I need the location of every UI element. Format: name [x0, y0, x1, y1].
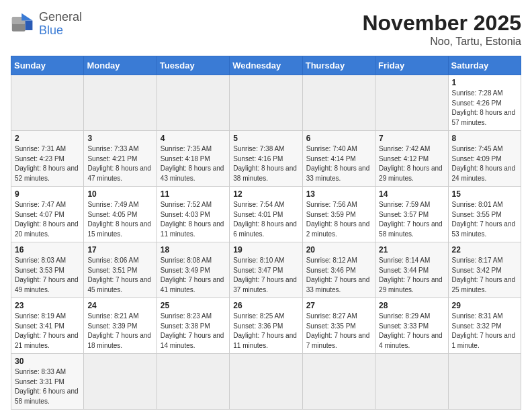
header-friday: Friday [375, 56, 448, 75]
day-3: 3 Sunrise: 7:33 AMSunset: 4:21 PMDayligh… [84, 131, 157, 187]
day-2: 2 Sunrise: 7:31 AMSunset: 4:23 PMDayligh… [11, 131, 84, 187]
empty-cell [448, 354, 521, 410]
day-13: 13 Sunrise: 7:56 AMSunset: 3:59 PMDaylig… [302, 187, 375, 242]
logo-text: GeneralBlue [39, 11, 82, 38]
calendar-row-3: 9 Sunrise: 7:47 AMSunset: 4:07 PMDayligh… [11, 187, 521, 242]
header-sunday: Sunday [11, 56, 84, 75]
day-28: 28 Sunrise: 8:29 AMSunset: 3:33 PMDaylig… [375, 298, 448, 354]
header-saturday: Saturday [448, 56, 521, 75]
empty-cell [84, 75, 157, 131]
logo: GeneralBlue [11, 11, 82, 38]
day-20: 20 Sunrise: 8:12 AMSunset: 3:46 PMDaylig… [302, 242, 375, 298]
day-19: 19 Sunrise: 8:10 AMSunset: 3:47 PMDaylig… [230, 242, 302, 298]
header-thursday: Thursday [302, 56, 375, 75]
header-wednesday: Wednesday [230, 56, 302, 75]
day-26: 26 Sunrise: 8:25 AMSunset: 3:36 PMDaylig… [230, 298, 302, 354]
day-22: 22 Sunrise: 8:17 AMSunset: 3:42 PMDaylig… [448, 242, 521, 298]
empty-cell [302, 354, 375, 410]
day-21: 21 Sunrise: 8:14 AMSunset: 3:44 PMDaylig… [375, 242, 448, 298]
day-1: 1 Sunrise: 7:28 AMSunset: 4:26 PMDayligh… [448, 75, 521, 131]
empty-cell [302, 75, 375, 131]
day-11: 11 Sunrise: 7:52 AMSunset: 4:03 PMDaylig… [157, 187, 229, 242]
calendar-table: Sunday Monday Tuesday Wednesday Thursday… [11, 56, 521, 410]
empty-cell [230, 75, 302, 131]
day-27: 27 Sunrise: 8:27 AMSunset: 3:35 PMDaylig… [302, 298, 375, 354]
day-6: 6 Sunrise: 7:40 AMSunset: 4:14 PMDayligh… [302, 131, 375, 187]
day-29: 29 Sunrise: 8:31 AMSunset: 3:32 PMDaylig… [448, 298, 521, 354]
empty-cell [375, 354, 448, 410]
weekday-header-row: Sunday Monday Tuesday Wednesday Thursday… [11, 56, 521, 75]
empty-cell [11, 75, 84, 131]
calendar-row-2: 2 Sunrise: 7:31 AMSunset: 4:23 PMDayligh… [11, 131, 521, 187]
calendar-row-6: 30 Sunrise: 8:33 AMSunset: 3:31 PMDaylig… [11, 354, 521, 410]
empty-cell [157, 354, 229, 410]
day-23: 23 Sunrise: 8:19 AMSunset: 3:41 PMDaylig… [11, 298, 84, 354]
day-25: 25 Sunrise: 8:23 AMSunset: 3:38 PMDaylig… [157, 298, 229, 354]
day-16: 16 Sunrise: 8:03 AMSunset: 3:53 PMDaylig… [11, 242, 84, 298]
day-5: 5 Sunrise: 7:38 AMSunset: 4:16 PMDayligh… [230, 131, 302, 187]
day-24: 24 Sunrise: 8:21 AMSunset: 3:39 PMDaylig… [84, 298, 157, 354]
day-10: 10 Sunrise: 7:49 AMSunset: 4:05 PMDaylig… [84, 187, 157, 242]
day-4: 4 Sunrise: 7:35 AMSunset: 4:18 PMDayligh… [157, 131, 229, 187]
header-monday: Monday [84, 56, 157, 75]
page-subtitle: Noo, Tartu, Estonia [362, 36, 521, 48]
calendar-row-4: 16 Sunrise: 8:03 AMSunset: 3:53 PMDaylig… [11, 242, 521, 298]
svg-marker-3 [26, 20, 33, 30]
day-7: 7 Sunrise: 7:42 AMSunset: 4:12 PMDayligh… [375, 131, 448, 187]
svg-marker-2 [21, 13, 32, 21]
day-8: 8 Sunrise: 7:45 AMSunset: 4:09 PMDayligh… [448, 131, 521, 187]
day-18: 18 Sunrise: 8:08 AMSunset: 3:49 PMDaylig… [157, 242, 229, 298]
day-12: 12 Sunrise: 7:54 AMSunset: 4:01 PMDaylig… [230, 187, 302, 242]
calendar-row-1: 1 Sunrise: 7:28 AMSunset: 4:26 PMDayligh… [11, 75, 521, 131]
calendar-row-5: 23 Sunrise: 8:19 AMSunset: 3:41 PMDaylig… [11, 298, 521, 354]
page-title: November 2025 [362, 11, 521, 36]
day-30: 30 Sunrise: 8:33 AMSunset: 3:31 PMDaylig… [11, 354, 84, 410]
logo-icon [11, 12, 35, 36]
header-tuesday: Tuesday [157, 56, 229, 75]
page-header: GeneralBlue November 2025 Noo, Tartu, Es… [11, 11, 521, 48]
title-block: November 2025 Noo, Tartu, Estonia [362, 11, 521, 48]
empty-cell [157, 75, 229, 131]
day-17: 17 Sunrise: 8:06 AMSunset: 3:51 PMDaylig… [84, 242, 157, 298]
empty-cell [84, 354, 157, 410]
day-9: 9 Sunrise: 7:47 AMSunset: 4:07 PMDayligh… [11, 187, 84, 242]
empty-cell [230, 354, 302, 410]
day-15: 15 Sunrise: 8:01 AMSunset: 3:55 PMDaylig… [448, 187, 521, 242]
empty-cell [375, 75, 448, 131]
day-14: 14 Sunrise: 7:59 AMSunset: 3:57 PMDaylig… [375, 187, 448, 242]
